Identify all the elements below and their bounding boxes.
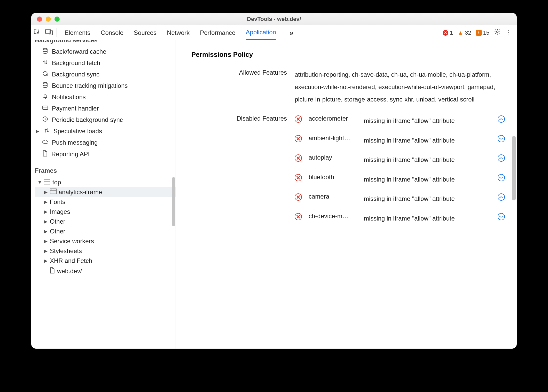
- bg-services-header: Background services: [31, 40, 176, 46]
- device-toolbar-icon[interactable]: [45, 29, 53, 37]
- chevron-right-icon[interactable]: [35, 128, 40, 134]
- frames-tree: top analytics-iframeFontsImagesOtherOthe…: [31, 176, 176, 277]
- frame-item-label: web.dev/: [57, 268, 82, 275]
- bg-service-background-sync[interactable]: Background sync: [31, 69, 176, 80]
- error-count[interactable]: ✕ 1: [443, 29, 453, 36]
- bg-service-speculative-loads[interactable]: Speculative loads: [31, 126, 176, 137]
- window-icon: [44, 179, 50, 185]
- tab-performance[interactable]: Performance: [200, 26, 235, 40]
- frame-item-fonts[interactable]: Fonts: [35, 197, 176, 207]
- sidebar-scrollbar[interactable]: [172, 177, 175, 226]
- bg-service-periodic-background-sync[interactable]: Periodic background sync: [31, 114, 176, 126]
- blocked-icon: [295, 154, 302, 162]
- frame-item-xhr-and-fetch[interactable]: XHR and Fetch: [35, 256, 176, 266]
- kebab-menu-icon[interactable]: ⋮: [505, 29, 512, 37]
- chevron-right-icon[interactable]: [44, 189, 48, 195]
- more-tabs-button[interactable]: »: [286, 29, 297, 37]
- chevron-down-icon[interactable]: [37, 180, 42, 185]
- reveal-source-button[interactable]: <>: [498, 213, 505, 220]
- bg-service-notifications[interactable]: Notifications: [31, 91, 176, 103]
- frame-item-web-dev-[interactable]: web.dev/: [35, 266, 176, 277]
- bg-service-background-fetch[interactable]: Background fetch: [31, 57, 176, 69]
- disabled-feature-name: camera: [309, 193, 360, 200]
- devtools-window: DevTools - web.dev/ Elements Console Sou…: [31, 13, 517, 349]
- bg-service-label: Bounce tracking mitigations: [52, 82, 128, 89]
- bg-service-bounce-tracking-mitigations[interactable]: Bounce tracking mitigations: [31, 80, 176, 91]
- frames-header: Frames: [31, 166, 176, 176]
- reveal-source-button[interactable]: <>: [498, 154, 505, 162]
- frame-item-other[interactable]: Other: [35, 226, 176, 236]
- reveal-source-button[interactable]: <>: [498, 135, 505, 142]
- devtools-toolbar: Elements Console Sources Network Perform…: [31, 25, 517, 40]
- window-title: DevTools - web.dev/: [31, 16, 517, 22]
- bg-service-label: Push messaging: [52, 139, 98, 146]
- iframe-icon: [50, 189, 57, 196]
- sidebar-divider: [31, 163, 176, 163]
- frame-item-label: Stylesheets: [50, 247, 82, 255]
- frame-item-analytics-iframe[interactable]: analytics-iframe: [35, 187, 176, 197]
- frame-item-service-workers[interactable]: Service workers: [35, 236, 176, 246]
- chevron-right-icon[interactable]: [44, 209, 48, 215]
- disabled-feature-name: ch-device-m…: [309, 213, 360, 220]
- disabled-feature-row: autoplaymissing in iframe "allow" attrib…: [295, 154, 509, 166]
- chevron-right-icon[interactable]: [44, 258, 48, 264]
- disabled-features-list: accelerometermissing in iframe "allow" a…: [295, 114, 509, 224]
- tab-application[interactable]: Application: [246, 26, 276, 40]
- main-scrollbar[interactable]: [512, 136, 516, 200]
- disabled-feature-row: cameramissing in iframe "allow" attribut…: [295, 193, 509, 205]
- application-sidebar: Background services Back/forward cacheBa…: [31, 40, 176, 349]
- tab-sources[interactable]: Sources: [134, 26, 156, 40]
- frame-item-label: XHR and Fetch: [50, 257, 92, 264]
- disabled-feature-reason: missing in iframe "allow" attribute: [364, 213, 494, 224]
- tab-elements[interactable]: Elements: [65, 26, 90, 40]
- svg-rect-9: [44, 180, 50, 185]
- frame-top[interactable]: top: [35, 177, 176, 187]
- card-icon: [42, 105, 48, 112]
- svg-point-5: [43, 82, 47, 84]
- disabled-feature-reason: missing in iframe "allow" attribute: [364, 115, 494, 127]
- reveal-source-button[interactable]: <>: [498, 193, 505, 201]
- tab-network[interactable]: Network: [167, 26, 190, 40]
- tab-console[interactable]: Console: [101, 26, 123, 40]
- bg-service-payment-handler[interactable]: Payment handler: [31, 103, 176, 114]
- titlebar: DevTools - web.dev/: [31, 13, 517, 25]
- frame-item-label: Service workers: [50, 238, 94, 245]
- svg-point-14: [52, 189, 52, 190]
- settings-icon[interactable]: [494, 28, 501, 37]
- close-window-button[interactable]: [37, 17, 42, 22]
- bg-service-label: Background sync: [52, 71, 99, 78]
- frame-item-label: Fonts: [50, 198, 65, 206]
- blocked-icon: [295, 135, 302, 142]
- inspect-element-icon[interactable]: [33, 28, 41, 37]
- bg-service-reporting-api[interactable]: Reporting API: [31, 148, 176, 160]
- frame-item-other[interactable]: Other: [35, 217, 176, 226]
- maximize-window-button[interactable]: [54, 17, 60, 22]
- minimize-window-button[interactable]: [46, 17, 51, 22]
- reveal-source-button[interactable]: <>: [498, 115, 505, 123]
- frame-item-stylesheets[interactable]: Stylesheets: [35, 246, 176, 256]
- chevron-right-icon[interactable]: [44, 219, 48, 224]
- bg-service-label: Back/forward cache: [52, 48, 106, 55]
- chevron-right-icon[interactable]: [44, 199, 48, 205]
- traffic-lights: [31, 17, 60, 22]
- chevron-right-icon[interactable]: [44, 238, 48, 244]
- bg-service-label: Speculative loads: [53, 128, 102, 135]
- blocked-icon: [295, 193, 302, 201]
- bg-service-push-messaging[interactable]: Push messaging: [31, 137, 176, 148]
- chevron-right-icon[interactable]: [44, 248, 48, 254]
- issues-count[interactable]: ! 15: [476, 29, 489, 36]
- svg-point-13: [51, 189, 51, 190]
- bg-service-back-forward-cache[interactable]: Back/forward cache: [31, 46, 176, 57]
- file-icon: [49, 267, 55, 275]
- svg-rect-6: [43, 106, 48, 109]
- frame-item-images[interactable]: Images: [35, 207, 176, 217]
- chevron-right-icon[interactable]: [44, 229, 48, 234]
- disabled-feature-row: ambient-light…missing in iframe "allow" …: [295, 135, 509, 146]
- reveal-source-button[interactable]: <>: [498, 174, 505, 181]
- allowed-features-value: attribution-reporting, ch-save-data, ch-…: [295, 68, 509, 106]
- frame-item-label: Images: [50, 208, 70, 215]
- warning-count[interactable]: ▲ 32: [458, 29, 471, 36]
- panel-tabs: Elements Console Sources Network Perform…: [59, 26, 443, 40]
- issues-icon: !: [476, 30, 482, 36]
- frame-item-label: Other: [50, 228, 65, 235]
